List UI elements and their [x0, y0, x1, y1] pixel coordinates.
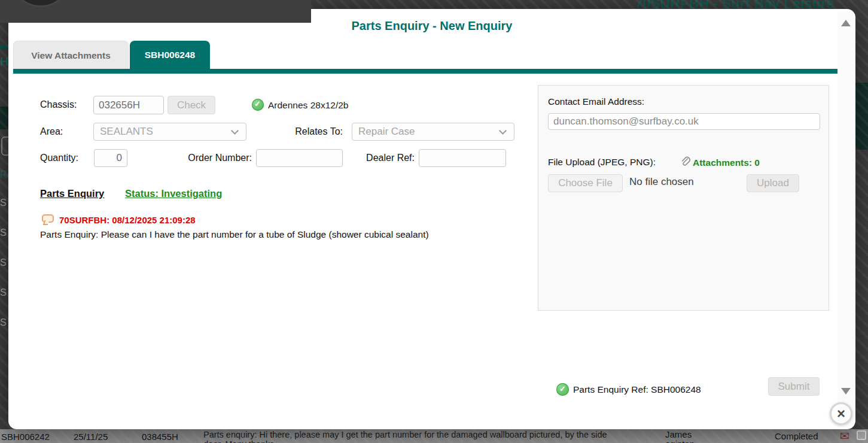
chevron-down-icon	[231, 127, 239, 135]
order-number-label: Order Number:	[182, 149, 252, 167]
row-checkbox[interactable]	[857, 430, 866, 440]
tab-enquiry-ref[interactable]: SBH006248	[130, 41, 210, 69]
dealer-ref-input[interactable]	[419, 149, 506, 167]
file-upload-label: File Upload (JPEG, PNG):	[548, 157, 656, 168]
email-icon: ✉	[840, 429, 849, 442]
row-assignee-first: James	[665, 429, 692, 439]
background-table-row: SBH006242 25/11/25 038455H Parts enquiry…	[0, 429, 868, 443]
ref-check-icon	[556, 383, 569, 396]
choose-file-button[interactable]: Choose File	[548, 174, 623, 192]
area-select[interactable]: SEALANTS	[93, 123, 246, 141]
background-header-overlay	[0, 0, 311, 23]
contact-email-input[interactable]	[548, 113, 820, 130]
relates-to-label: Relates To:	[260, 123, 343, 141]
scroll-up-icon[interactable]	[841, 20, 851, 26]
relates-to-select-value: Repair Case	[358, 126, 415, 137]
comment-author-timestamp: 70SURFBH: 08/12/2025 21:09:28	[59, 215, 196, 225]
row-message: Parts enquiry: Hi there, please may I ge…	[203, 430, 610, 443]
area-select-value: SEALANTS	[100, 126, 153, 137]
dealer-ref-label: Dealer Ref:	[361, 149, 415, 167]
chassis-label: Chassis:	[40, 96, 77, 114]
order-number-input[interactable]	[256, 149, 343, 167]
row-assignee-last: eginton	[665, 439, 695, 443]
row-chassis: 038455H	[142, 432, 178, 442]
row-reference: SBH006242	[1, 432, 50, 442]
quantity-input[interactable]	[94, 149, 127, 167]
scroll-down-icon[interactable]	[841, 388, 851, 395]
screen: 70SURFBH - Surf Bay Leisure H Re S S S S…	[0, 0, 868, 443]
quantity-label: Quantity:	[40, 149, 78, 167]
row-status: Completed	[775, 431, 818, 441]
tab-view-attachments[interactable]: View Attachments	[13, 41, 129, 69]
parts-enquiry-ref-text: Parts Enquiry Ref: SBH006248	[573, 384, 701, 395]
logo-circle	[10, 0, 72, 7]
chevron-down-icon	[499, 127, 507, 135]
close-button[interactable]: ×	[830, 402, 852, 425]
no-file-chosen-text: No file chosen	[629, 176, 694, 188]
comment-bubble-icon	[42, 214, 54, 223]
background-header-band	[0, 107, 8, 129]
relates-to-select[interactable]: Repair Case	[352, 123, 514, 141]
contact-upload-panel: Contact Email Address: File Upload (JPEG…	[538, 85, 829, 311]
parts-enquiry-dialog: Parts Enquiry - New Enquiry View Attachm…	[8, 9, 855, 429]
area-label: Area:	[40, 123, 63, 141]
model-name: Ardennes 28x12/2b	[268, 96, 348, 114]
valid-check-icon	[252, 99, 264, 111]
check-button[interactable]: Check	[167, 96, 215, 114]
background-right-band	[855, 83, 868, 150]
paperclip-icon	[680, 156, 691, 167]
background-row-fragment: S	[0, 287, 7, 298]
background-row-fragment: S	[0, 257, 7, 268]
background-divider	[0, 45, 8, 48]
comment-text: Parts Enquiry: Please can I have the par…	[40, 228, 435, 241]
dialog-scrollbar[interactable]	[837, 11, 854, 427]
row-date: 25/11/25	[74, 432, 108, 442]
tab-underline-bar	[13, 69, 837, 74]
background-row-fragment: S	[0, 198, 7, 208]
contact-email-label: Contact Email Address:	[548, 96, 644, 107]
chassis-input[interactable]	[93, 96, 164, 114]
attachments-count: Attachments: 0	[693, 157, 760, 168]
background-row-fragment: S	[0, 227, 7, 238]
parts-enquiry-link[interactable]: Parts Enquiry	[40, 188, 104, 199]
upload-button[interactable]: Upload	[747, 174, 799, 192]
submit-button[interactable]: Submit	[768, 377, 820, 396]
background-home-link-fragment: H	[0, 55, 8, 69]
status-link[interactable]: Status: Investigating	[125, 188, 222, 199]
background-row-fragment: S	[0, 317, 7, 328]
